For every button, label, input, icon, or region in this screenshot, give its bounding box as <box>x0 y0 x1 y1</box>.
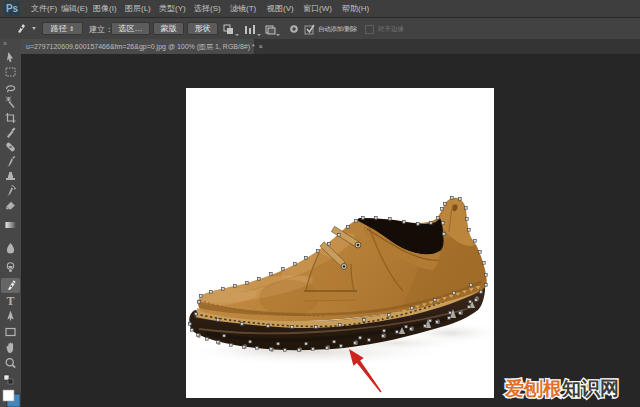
svg-text:»: » <box>3 40 7 47</box>
svg-text:知识网: 知识网 <box>561 378 619 399</box>
svg-text:T: T <box>6 294 14 308</box>
svg-text:爱刨根: 爱刨根 <box>504 378 563 399</box>
